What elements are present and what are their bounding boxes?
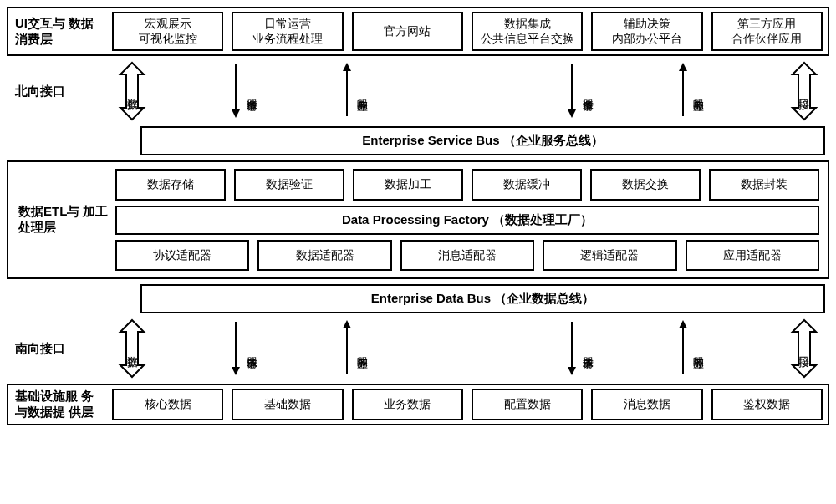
infra-layer-title: 基础设施服 务与数据提 供层: [13, 389, 105, 420]
service-response-arrow: 服务响应: [677, 61, 706, 122]
data-updown-arrow: 数据: [115, 61, 149, 121]
service-request-arrow: 服务请求: [230, 61, 259, 122]
infra-item: 业务数据: [352, 389, 463, 420]
infra-item: 消息数据: [591, 389, 702, 420]
etl-top-item: 数据加工: [353, 169, 463, 201]
arrow-label: 接口: [797, 90, 812, 92]
infra-layer: 基础设施服 务与数据提 供层 核心数据 基础数据 业务数据 配置数据 消息数据 …: [7, 384, 829, 425]
enterprise-data-bus: Enterprise Data Bus （企业数据总线）: [140, 284, 825, 313]
ui-item: 宏观展示 可视化监控: [112, 12, 223, 51]
south-interface-title: 南向接口: [7, 341, 99, 357]
etl-bottom-item: 逻辑适配器: [543, 240, 676, 272]
etl-top-item: 数据存储: [115, 169, 226, 201]
enterprise-service-bus: Enterprise Service Bus （企业服务总线）: [140, 126, 825, 155]
arrow-label: 数据: [125, 348, 140, 349]
data-updown-arrow: 数据: [115, 318, 149, 379]
infra-item: 核心数据: [112, 389, 223, 420]
etl-bottom-item: 应用适配器: [686, 240, 819, 272]
north-interface-title: 北向接口: [7, 84, 99, 99]
etl-bottom-item: 消息适配器: [400, 240, 534, 272]
etl-layer-title: 数据ETL与 加工处理层: [17, 169, 109, 271]
etl-layer: 数据ETL与 加工处理层 数据存储 数据验证 数据加工 数据缓冲 数据交换 数据…: [7, 160, 829, 279]
ui-layer: UI交互与 数据消费层 宏观展示 可视化监控 日常运营 业务流程处理 官方网站 …: [7, 7, 829, 56]
etl-top-item: 数据交换: [590, 169, 701, 201]
ui-item: 日常运营 业务流程处理: [232, 12, 343, 51]
ui-item: 官方网站: [352, 12, 463, 51]
north-interface-band: 北向接口 数据 服务请求 服务响应 服务请求 服务响应 接口: [7, 56, 829, 126]
data-processing-factory: Data Processing Factory （数据处理工厂）: [115, 206, 819, 235]
service-response-arrow: 服务响应: [341, 318, 370, 379]
etl-top-item: 数据验证: [234, 169, 344, 201]
ui-item: 数据集成 公共信息平台交换: [472, 12, 583, 51]
service-request-arrow: 服务请求: [566, 61, 595, 122]
etl-bottom-item: 协议适配器: [115, 240, 249, 272]
infra-item: 鉴权数据: [711, 389, 823, 420]
etl-top-item: 数据封装: [709, 169, 819, 201]
south-interface-band: 南向接口 数据 服务请求 服务响应 服务请求 服务响应 接口: [7, 313, 829, 384]
service-request-arrow: 服务请求: [566, 318, 595, 379]
service-request-arrow: 服务请求: [230, 318, 259, 379]
etl-top-item: 数据缓冲: [472, 169, 582, 201]
service-response-arrow: 服务响应: [341, 61, 370, 122]
infra-item: 配置数据: [472, 389, 583, 420]
etl-bottom-item: 数据适配器: [257, 240, 391, 272]
arrow-label: 接口: [797, 348, 812, 349]
ui-item: 辅助决策 内部办公平台: [591, 12, 702, 51]
service-response-arrow: 服务响应: [677, 318, 706, 379]
arrow-label: 数据: [125, 90, 140, 92]
interface-updown-arrow: 接口: [788, 61, 821, 121]
infra-item: 基础数据: [232, 389, 343, 420]
ui-layer-title: UI交互与 数据消费层: [13, 12, 105, 51]
interface-updown-arrow: 接口: [788, 318, 821, 379]
ui-item: 第三方应用 合作伙伴应用: [711, 12, 823, 51]
